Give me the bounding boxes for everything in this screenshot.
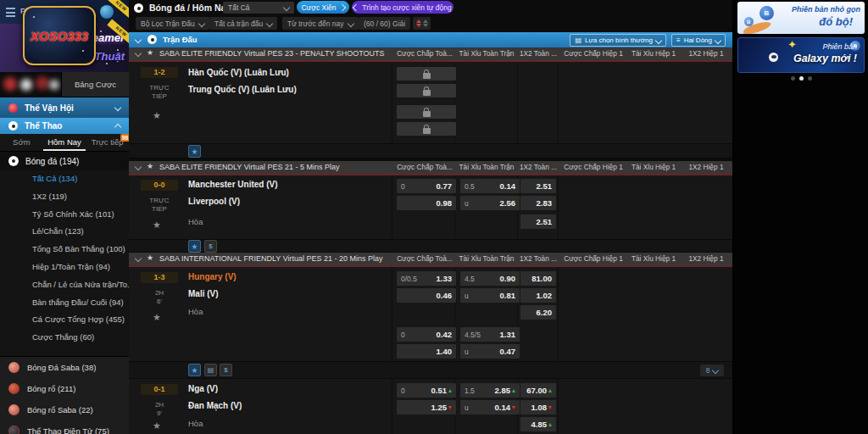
league-count-button[interactable]: (60 / 60) Giải [359, 17, 410, 30]
handicap-line: 0/0.5 [401, 275, 417, 283]
submenu-item-mix-parlay[interactable]: Cá Cược Tổng Hợp (455) [0, 311, 129, 329]
odds-cell-hdp-away[interactable]: 1.25 [397, 400, 456, 415]
submenu-item-first-last-goal[interactable]: Bàn thắng Đầu/ Cuối (94) [0, 294, 129, 312]
promo-banner-galaxy[interactable]: ✦ B Phiên bản Galaxy mới ! [737, 37, 865, 73]
collapse-icon[interactable] [135, 50, 142, 57]
soccer-ball-icon [134, 3, 143, 13]
odds-cell-1x2-away[interactable]: 1.02 [520, 288, 556, 303]
favorite-button[interactable]: ★ [188, 240, 201, 253]
odds-value: 0.98 [437, 198, 453, 208]
xoso333-logo[interactable]: XOSO333 [23, 6, 96, 65]
odds-cell-hdp2-away[interactable]: 1.40 [397, 344, 456, 359]
market-filter-dropdown[interactable]: Tất Cả [223, 2, 294, 14]
sidebar-item-sports[interactable]: Thể Thao [0, 118, 129, 134]
odds-cell-1x2-home[interactable]: 2.51 [520, 179, 556, 193]
carousel-dot[interactable] [808, 76, 812, 81]
match-filter-button[interactable]: Bộ Lọc Trận Đấu [136, 17, 209, 30]
view-mode-button[interactable]: ▤ Lựa chọn bình thường [570, 34, 666, 47]
league-header-pes21-5min[interactable]: ★ SABA ELITE FRIENDLY Virtual PES 21 - 5… [129, 161, 732, 175]
auto-parlay-button[interactable]: Trình tạo cược xiên tự động [352, 1, 453, 14]
favorite-button[interactable]: ★ [188, 364, 201, 376]
odds-cell-ou-over[interactable]: 1.5 2.85 [460, 383, 520, 398]
bang-cuoc-button[interactable]: Bảng Cược [61, 72, 129, 97]
submenu-item-all[interactable]: Tất Cả (134) [0, 170, 129, 188]
submenu-item-odd-even[interactable]: Lẻ/Chẵn (123) [0, 223, 129, 241]
odds-cell-ou-under[interactable]: u 2.56 [460, 196, 520, 210]
sidebar-item-esports[interactable]: Thể Thao Điện Tử (75) [0, 420, 129, 434]
odds-cell-1x2-draw[interactable]: 6.20 [520, 305, 556, 320]
odds-cell-hdp2-home[interactable]: 0 0.42 [397, 327, 456, 342]
favorite-star-icon[interactable]: ★ [153, 111, 161, 120]
favorite-star-icon[interactable]: ★ [153, 220, 161, 230]
league-header-pes23[interactable]: ★ SABA ELITE FRIENDLY Virtual PES 23 - P… [129, 47, 732, 62]
chevron-down-icon[interactable] [135, 36, 142, 43]
sort-button[interactable] [413, 17, 431, 30]
bet-money-button[interactable]: $ [220, 364, 232, 376]
tab-early[interactable]: Sớm [0, 134, 43, 151]
sidebar-item-football[interactable]: Bóng đá (194) [0, 152, 129, 170]
submenu-item-1x2[interactable]: 1X2 (119) [0, 188, 129, 206]
league-star-icon[interactable]: ★ [147, 48, 153, 57]
collapse-icon[interactable] [135, 255, 142, 262]
odds-cell-hdp-away[interactable]: 0.98 [397, 196, 456, 210]
olympics-label: Thế Vận Hội [25, 103, 74, 113]
odds-cell-1x2-draw[interactable]: 4.85 [520, 417, 556, 431]
tab-live[interactable]: Trực tiếp 98 [86, 134, 129, 151]
all-matches-button[interactable]: Tất cả trận đấu [209, 17, 277, 30]
odds-cell-ou2-under[interactable]: u 0.47 [460, 344, 520, 359]
ou-line: u [465, 403, 469, 412]
league-star-icon[interactable]: ★ [147, 253, 153, 262]
odds-cell-1x2-home[interactable]: 81.00 [520, 271, 556, 286]
submenu-item-total-goals[interactable]: Tổng Số Bàn Thắng (100) [0, 241, 129, 259]
odds-cell-ou-under[interactable]: u 0.81 [460, 288, 520, 303]
sidebar-item-basketball[interactable]: Bóng rổ (211) [0, 378, 129, 399]
odds-cell-1x2-away[interactable]: 2.83 [520, 196, 556, 210]
odds-cell-1x2-home[interactable]: 67.00 [520, 383, 556, 398]
odds-cell-ou-over[interactable]: 0.5 0.14 [460, 179, 520, 193]
odds-cell-hdp-home[interactable]: 0/0.5 1.33 [397, 271, 456, 286]
time-range-button[interactable]: Từ trước đến nay [282, 17, 359, 30]
odds-cell-ou-over[interactable]: 4.5 0.90 [460, 271, 520, 286]
odds-cell-ou-under[interactable]: u 0.14 [460, 400, 520, 415]
club-logos-image[interactable] [0, 72, 61, 98]
favorite-button[interactable]: ★ [188, 145, 201, 158]
odds-cell-hdp-away[interactable]: 0.46 [397, 288, 456, 303]
more-markets-dropdown[interactable]: 8 [700, 364, 724, 376]
submenu-item-outright[interactable]: Cược Thắng (60) [0, 329, 129, 347]
odds-value: 1.33 [437, 274, 453, 283]
odds-up-icon [548, 423, 552, 426]
odds-cell-1x2-away[interactable]: 1.08 [520, 400, 556, 415]
odds-cell-hdp-home[interactable]: 0 0.51 [397, 383, 456, 398]
sidebar-item-saba-basketball[interactable]: Bóng rổ Saba (22) [0, 399, 129, 420]
collapse-icon[interactable] [135, 164, 142, 170]
line-mode-button[interactable]: ≡ Hai Dòng [671, 34, 726, 47]
league-star-icon[interactable]: ★ [147, 162, 153, 170]
odds-cell-ou2-over[interactable]: 4.5/5 1.31 [460, 327, 520, 342]
odds-cell-1x2-draw[interactable]: 2.51 [520, 214, 556, 229]
ou-line: 0.5 [465, 182, 475, 191]
odds-value: 2.51 [537, 181, 553, 191]
line-mode-icon: ≡ [676, 36, 681, 44]
submenu-item-ht-ft[interactable]: Hiệp 1/Toàn Trận (94) [0, 259, 129, 276]
banner1-line2: đổ bộ! [819, 15, 853, 28]
sidebar-item-olympics[interactable]: Thế Vận Hội [0, 97, 129, 118]
carousel-dot[interactable] [791, 76, 795, 81]
away-team: Trung Quốc (V) (Luân Lưu) [188, 85, 297, 94]
odds-cell-hdp-home[interactable]: 0 0.77 [397, 179, 456, 193]
favorite-star-icon[interactable]: ★ [153, 421, 161, 431]
time-range-label: Từ trước đến nay [287, 19, 344, 28]
odds-value: 2.56 [500, 198, 516, 208]
submenu-item-half-odd-even[interactable]: Chẵn / Lẻ của Nửa trận/To... (94) [0, 276, 129, 294]
stats-button[interactable]: ▤ [204, 364, 217, 376]
favorite-star-icon[interactable]: ★ [153, 313, 161, 322]
tab-today[interactable]: Hôm Nay [43, 134, 86, 151]
sidebar-item-saba-soccer[interactable]: Bóng Đá Saba (38) [0, 357, 129, 378]
league-header-pes21-20min[interactable]: ★ SABA INTERNATIONAL FRIENDLY Virtual PE… [129, 253, 732, 267]
lock-icon [423, 73, 431, 79]
carousel-dot-active[interactable] [799, 76, 804, 81]
bet-money-button[interactable]: $ [204, 240, 217, 253]
submenu-item-correct-score[interactable]: Tỷ Số Chính Xác (101) [0, 206, 129, 224]
menu-icon[interactable] [6, 8, 15, 17]
parlay-button[interactable]: Cược Xiên [297, 1, 349, 14]
promo-banner-mini-version[interactable]: B B Phiên bản nhỏ gọn đổ bộ! [737, 2, 865, 34]
